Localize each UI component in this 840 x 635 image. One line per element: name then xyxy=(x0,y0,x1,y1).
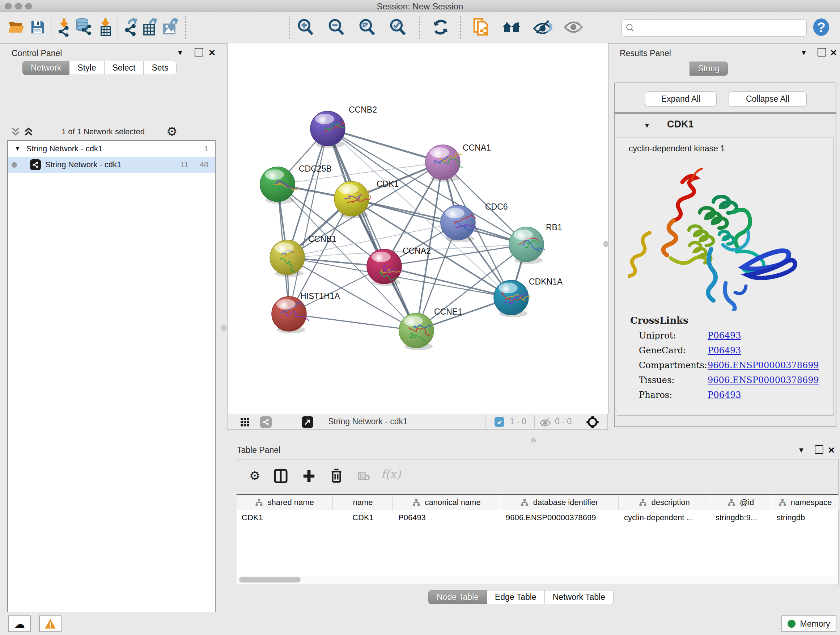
crosslink-link[interactable]: P06493 xyxy=(707,345,741,356)
hide-selected-eye-slash-button[interactable] xyxy=(533,19,553,37)
zoom-in-button[interactable] xyxy=(297,18,315,38)
column-header--id[interactable]: @id xyxy=(711,495,771,510)
selected-checkbox-icon[interactable] xyxy=(494,417,504,427)
tab-style[interactable]: Style xyxy=(69,61,104,75)
clone-network-button[interactable] xyxy=(472,17,490,38)
results-panel-menu-icon[interactable]: ▼ xyxy=(800,49,807,57)
network-node-cdc6[interactable] xyxy=(441,205,477,242)
table-cell[interactable]: CDK1 xyxy=(333,510,393,525)
export-image-button[interactable] xyxy=(162,18,180,38)
delete-column-trash-icon[interactable] xyxy=(330,468,343,485)
home-neighbors-button[interactable] xyxy=(502,19,522,37)
network-edge[interactable] xyxy=(328,128,443,162)
zoom-selected-button[interactable] xyxy=(389,18,407,38)
zoom-fit-button[interactable] xyxy=(358,18,376,38)
open-session-button[interactable] xyxy=(7,19,26,37)
table-panel-close-icon[interactable]: ✕ xyxy=(828,445,835,455)
create-column-plus-icon[interactable] xyxy=(302,469,316,485)
network-node-rb1[interactable] xyxy=(509,227,545,264)
column-header-canonical-name[interactable]: canonical name xyxy=(393,495,500,510)
tab-select[interactable]: Select xyxy=(104,61,144,75)
control-panel-close-icon[interactable]: ✕ xyxy=(208,48,216,58)
scrollbar-thumb[interactable] xyxy=(239,577,301,583)
network-label: String Network - cdk1 xyxy=(45,160,121,169)
search-box[interactable] xyxy=(622,19,807,36)
collapse-triangle-icon[interactable]: ▼ xyxy=(14,145,21,152)
import-table-from-file-button[interactable] xyxy=(96,18,114,38)
network-graph[interactable]: CCNB2CCNA1CDC25BCDK1CDC6RB1CCNB1CCNA2CDK… xyxy=(227,43,608,414)
network-node-cdc25b[interactable] xyxy=(260,167,298,204)
save-session-button[interactable] xyxy=(29,19,46,37)
network-edge[interactable] xyxy=(328,128,416,331)
network-canvas[interactable]: CCNB2CCNA1CDC25BCDK1CDC6RB1CCNB1CCNA2CDK… xyxy=(227,43,608,414)
collapse-all-chevron-icon[interactable] xyxy=(24,127,33,138)
network-share-icon[interactable] xyxy=(260,416,272,428)
crosslink-link[interactable]: 9606.ENSP00000378699 xyxy=(707,360,819,371)
column-header-description[interactable]: description xyxy=(619,495,710,510)
network-collection-row[interactable]: ▼ String Network - cdk1 1 xyxy=(8,141,215,157)
show-all-eye-button[interactable] xyxy=(564,19,583,36)
column-header-database-identifier[interactable]: database identifier xyxy=(501,495,619,510)
network-node-hist1h1a[interactable] xyxy=(272,296,309,333)
import-network-from-database-button[interactable] xyxy=(74,18,94,38)
network-node-ccna2[interactable] xyxy=(367,249,401,286)
network-edge[interactable] xyxy=(289,128,328,314)
open-external-icon[interactable] xyxy=(302,416,313,428)
expand-all-button[interactable]: Expand All xyxy=(645,91,717,106)
fit-selected-crosshair-icon[interactable] xyxy=(586,415,600,431)
table-options-gear-icon[interactable]: ⚙ xyxy=(249,470,260,482)
collapse-all-button[interactable]: Collapse All xyxy=(729,91,807,106)
control-panel-menu-icon[interactable]: ▼ xyxy=(177,49,184,57)
warnings-button[interactable] xyxy=(39,616,62,632)
crosslink-link[interactable]: 9606.ENSP00000378699 xyxy=(707,375,819,385)
table-panel-float-icon[interactable] xyxy=(815,445,823,454)
toolbar-separator xyxy=(185,16,186,39)
table-horizontal-scrollbar[interactable] xyxy=(237,576,837,584)
network-row-selected[interactable]: String Network - cdk1 11 48 xyxy=(8,157,215,173)
help-button[interactable]: ? xyxy=(813,18,830,38)
network-edge[interactable] xyxy=(289,314,416,331)
expand-all-chevron-icon[interactable] xyxy=(11,127,20,138)
table-cell[interactable]: P06493 xyxy=(393,510,500,525)
export-table-button[interactable] xyxy=(141,18,159,38)
import-network-from-file-button[interactable] xyxy=(55,18,73,38)
control-panel-float-icon[interactable] xyxy=(195,48,203,57)
tab-network-table[interactable]: Network Table xyxy=(545,590,614,604)
refresh-layout-button[interactable] xyxy=(431,18,450,38)
network-node-cdk1[interactable] xyxy=(334,181,370,218)
export-network-button[interactable] xyxy=(122,18,139,38)
tab-string[interactable]: String xyxy=(690,62,728,76)
splitter-handle[interactable] xyxy=(221,325,226,331)
tab-sets[interactable]: Sets xyxy=(144,61,177,75)
results-panel-close-icon[interactable]: ✕ xyxy=(830,48,837,58)
memory-button[interactable]: Memory xyxy=(782,616,836,632)
section-collapse-triangle-icon[interactable]: ▼ xyxy=(644,122,651,130)
column-header-shared-name[interactable]: shared name xyxy=(237,495,333,510)
birds-eye-view-icon[interactable] xyxy=(240,417,250,429)
crosslink-label: Pharos: xyxy=(639,390,707,400)
table-cell[interactable]: 9606.ENSP00000378699 xyxy=(501,510,619,525)
table-cell[interactable]: stringdb xyxy=(772,510,839,525)
network-node-ccne1[interactable] xyxy=(399,313,434,350)
table-panel-menu-icon[interactable]: ▼ xyxy=(798,446,805,454)
zoom-out-button[interactable] xyxy=(327,18,346,38)
column-header-name[interactable]: name xyxy=(333,495,393,510)
column-header-namespace[interactable]: namespace xyxy=(772,495,839,510)
network-node-ccnb1[interactable] xyxy=(270,240,305,277)
table-cell[interactable]: cyclin-dependent ... xyxy=(619,510,710,525)
results-panel-float-icon[interactable] xyxy=(818,48,826,57)
crosslink-link[interactable]: P06493 xyxy=(707,390,741,400)
search-input[interactable] xyxy=(638,23,803,33)
tab-edge-table[interactable]: Edge Table xyxy=(487,590,545,604)
table-cell[interactable]: CDK1 xyxy=(237,510,333,525)
tab-node-table[interactable]: Node Table xyxy=(428,590,487,604)
node-table[interactable]: shared nameCDK1nameCDK1 canonical nameP0… xyxy=(237,494,838,584)
network-node-cdkn1a[interactable] xyxy=(494,280,531,317)
tab-network[interactable]: Network xyxy=(22,61,69,75)
cloud-status-button[interactable]: ☁ xyxy=(8,616,31,632)
crosslink-link[interactable]: P06493 xyxy=(707,331,741,340)
crosslinks-title: CrossLinks xyxy=(630,315,833,326)
table-cell[interactable]: stringdb:9... xyxy=(711,510,771,525)
show-columns-icon[interactable] xyxy=(274,469,287,485)
network-options-gear-icon[interactable]: ⚙ xyxy=(166,125,177,138)
